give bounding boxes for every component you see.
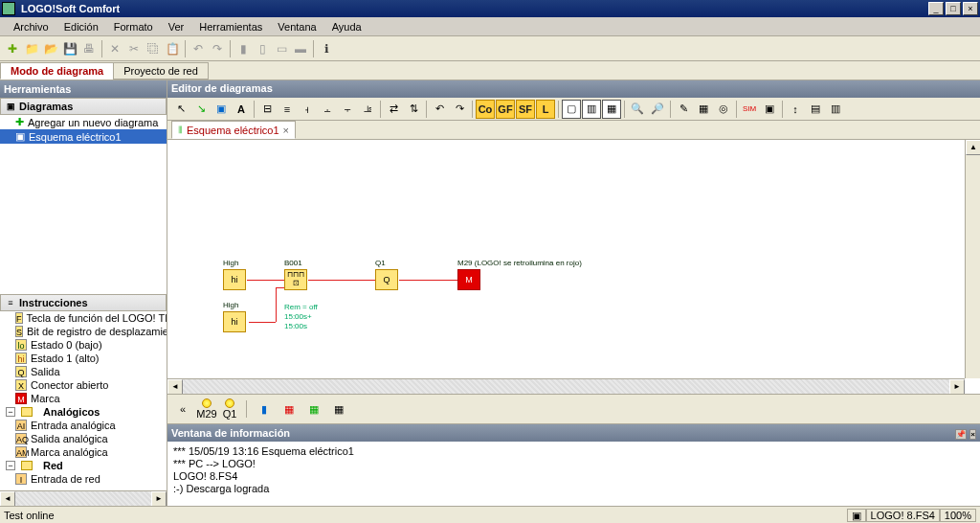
tool5-icon[interactable]: ↕ [786, 100, 805, 119]
instr-item[interactable]: FTecla de función del LOGO! TD [0, 311, 167, 325]
a-icon[interactable]: A [232, 100, 251, 119]
add-diagram-item[interactable]: ✚ Agregar un nuevo diagrama [0, 115, 167, 129]
al1-icon[interactable]: ≡ [278, 100, 297, 119]
zoomin-icon[interactable]: 🔍 [628, 100, 647, 119]
align2-icon[interactable]: ▯ [254, 40, 271, 57]
instructions-header[interactable]: ≡ Instrucciones [0, 294, 167, 311]
l-icon[interactable]: L [536, 100, 555, 119]
al5-icon[interactable]: ⫡ [358, 100, 377, 119]
info-pin-icon[interactable]: 📌 [955, 429, 967, 440]
canvas[interactable]: High hi High hi B001 ⊓⊓⊓⊡ Rem = off 15:0… [167, 140, 965, 378]
print-icon[interactable]: 🖶 [80, 40, 98, 57]
menu-ayuda[interactable]: Ayuda [324, 19, 369, 34]
tab-diagram-mode[interactable]: Modo de diagrama [0, 62, 114, 80]
rewind-icon[interactable]: « [173, 399, 192, 419]
analog-item[interactable]: AMMarca analógica [0, 445, 167, 459]
tool6-icon[interactable]: ▤ [806, 100, 825, 119]
analog-item[interactable]: AQSalida analógica [0, 432, 167, 445]
red-folder[interactable]: − Red [0, 459, 167, 472]
text-icon[interactable]: ▣ [212, 100, 231, 119]
sim1-icon[interactable]: ▮ [255, 399, 274, 419]
menu-edicion[interactable]: Edición [56, 19, 106, 34]
align1-icon[interactable]: ▮ [234, 40, 252, 57]
instr-item[interactable]: XConector abierto [0, 378, 167, 392]
close-button[interactable]: × [963, 2, 978, 15]
al4-icon[interactable]: ⫟ [338, 100, 357, 119]
instr-item[interactable]: hiEstado 1 (alto) [0, 352, 167, 365]
tool2-icon[interactable]: ▦ [694, 100, 713, 119]
scroll-up-icon[interactable]: ▲ [966, 140, 980, 155]
sim-icon[interactable]: SIM [740, 100, 759, 119]
bulb-m29[interactable]: M29 [198, 398, 215, 420]
doctab-esquema[interactable]: ⦀ Esquema eléctrico1 × [171, 121, 296, 139]
tool3-icon[interactable]: ◎ [714, 100, 733, 119]
scroll-right-icon[interactable]: ► [949, 379, 965, 394]
co-icon[interactable]: Co [476, 100, 495, 119]
cut-icon[interactable]: ✂ [125, 40, 143, 57]
doctab-close-icon[interactable]: × [283, 125, 289, 136]
gf-icon[interactable]: GF [496, 100, 515, 119]
vertical-scrollbar[interactable]: ▲ [965, 140, 980, 378]
menu-ventana[interactable]: Ventana [270, 19, 323, 34]
menu-ver[interactable]: Ver [161, 19, 192, 34]
menu-formato[interactable]: Formato [106, 19, 161, 34]
al3-icon[interactable]: ⫠ [318, 100, 337, 119]
align3-icon[interactable]: ▭ [273, 40, 290, 57]
sim2-icon[interactable]: ▦ [279, 399, 299, 419]
red-item[interactable]: IEntrada de red [0, 472, 167, 486]
instr-item[interactable]: QSalida [0, 365, 167, 378]
collapse-icon[interactable]: − [6, 461, 15, 470]
undo-icon[interactable]: ↶ [189, 40, 207, 57]
sidebar-hscroll[interactable]: ◄► [0, 490, 167, 506]
bulb-q1[interactable]: Q1 [221, 398, 238, 420]
menu-herramientas[interactable]: Herramientas [191, 19, 270, 34]
instr-item[interactable]: SBit de registro de desplazamiento [0, 325, 167, 338]
block-hi2[interactable]: hi [223, 311, 246, 332]
close-icon[interactable]: 📂 [42, 40, 59, 57]
block-m29[interactable]: M [457, 269, 480, 290]
scroll-left-icon[interactable]: ◄ [0, 491, 15, 507]
instr-item[interactable]: loEstado 0 (bajo) [0, 338, 167, 352]
tab-network-project[interactable]: Proyecto de red [113, 62, 209, 80]
sim3-icon[interactable]: ▦ [304, 399, 323, 419]
tool1-icon[interactable]: ✎ [674, 100, 693, 119]
open-icon[interactable]: 📁 [23, 40, 40, 57]
info-close-icon[interactable]: × [969, 429, 976, 440]
scroll-right-icon[interactable]: ► [151, 491, 167, 507]
paste-icon[interactable]: 📋 [164, 40, 181, 57]
tool4-icon[interactable]: ▣ [760, 100, 779, 119]
collapse-icon[interactable]: − [6, 407, 15, 417]
al2-icon[interactable]: ⫞ [298, 100, 317, 119]
minimize-button[interactable]: _ [928, 2, 944, 15]
sf-icon[interactable]: SF [516, 100, 535, 119]
sp1-icon[interactable]: ⇄ [384, 100, 403, 119]
analog-item[interactable]: AIEntrada analógica [0, 419, 167, 432]
tool7-icon[interactable]: ▥ [826, 100, 845, 119]
align4-icon[interactable]: ▬ [292, 40, 309, 57]
cut2-icon[interactable]: ⊟ [257, 100, 277, 119]
new-icon[interactable]: ✚ [4, 40, 21, 57]
undo2-icon[interactable]: ↶ [430, 100, 449, 119]
help-icon[interactable]: ℹ [318, 40, 335, 57]
canvas-area[interactable]: High hi High hi B001 ⊓⊓⊓⊡ Rem = off 15:0… [167, 140, 980, 394]
pointer-icon[interactable]: ↖ [171, 100, 190, 119]
page1-icon[interactable]: ▢ [562, 100, 581, 119]
connect-icon[interactable]: ↘ [191, 100, 211, 119]
zoomout-icon[interactable]: 🔎 [648, 100, 667, 119]
block-b001[interactable]: ⊓⊓⊓⊡ [284, 269, 307, 290]
scroll-left-icon[interactable]: ◄ [167, 379, 183, 394]
block-q1[interactable]: Q [375, 269, 398, 290]
block-hi1[interactable]: hi [223, 269, 246, 290]
info-body[interactable]: *** 15/05/19 13:16 Esquema eléctrico1 **… [167, 442, 980, 506]
instr-item[interactable]: MMarca [0, 392, 167, 405]
page2-icon[interactable]: ▥ [582, 100, 601, 119]
delete-icon[interactable]: ✕ [106, 40, 123, 57]
horizontal-scrollbar[interactable]: ◄ ► [167, 378, 965, 394]
copy-icon[interactable]: ⿻ [145, 40, 162, 57]
current-diagram-item[interactable]: ▣ Esquema eléctrico1 [0, 129, 167, 144]
menu-archivo[interactable]: Archivo [6, 19, 56, 34]
save-icon[interactable]: 💾 [61, 40, 78, 57]
page3-icon[interactable]: ▦ [602, 100, 621, 119]
sim4-icon[interactable]: ▦ [329, 399, 348, 419]
analog-folder[interactable]: − Analógicos [0, 405, 167, 419]
